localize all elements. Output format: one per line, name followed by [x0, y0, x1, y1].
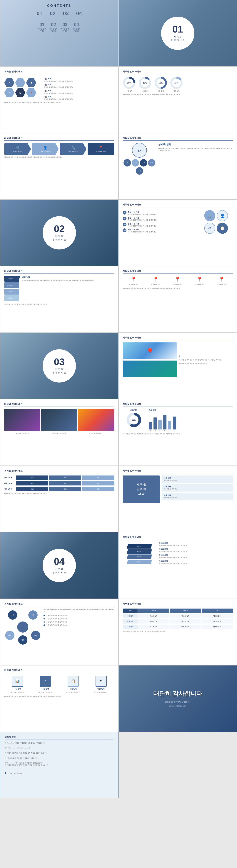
- badge-04: 04: [123, 228, 127, 232]
- dot-4: [44, 624, 45, 626]
- copyright-body: 이 PowerPoint 파일은 저작권법의 보호를 받는 저작물입니다. © …: [5, 742, 113, 776]
- final-box-1-desc: 텍스트를 입력하세요.: [10, 691, 24, 693]
- donut-1-svg: 25%: [123, 76, 136, 89]
- hex-item-1-desc: 텍스트를 입력하세요. 텍스트를 입력하세요.: [44, 80, 114, 82]
- arrow-rows: 내용 입력 ▶ 내용 내용 내용 내용 입력 ▶ 내용 내용 내용 내용 입력 …: [4, 475, 114, 491]
- slide-8-title: 제목을 입력하세요: [123, 203, 233, 207]
- info-icons-right: 🛒 👤 ⚙ 📋: [200, 209, 233, 234]
- circle-icon-3: ⚙: [204, 223, 215, 234]
- vbar-6: F: [173, 416, 176, 431]
- layers-layout: 레이어 1 레이어 2 레이어 3 레이어 4 텍스트 제목 텍스트를 입력하세…: [123, 542, 233, 564]
- info-list-left: 01 본문 내용 작성 텍스트를 입력하세요. 텍스트를 입력하세요. 02 본…: [123, 209, 197, 234]
- hex-items-list: 내용 추가 텍스트를 입력하세요. 텍스트를 입력하세요. 내용 추가 텍스트를…: [44, 78, 114, 100]
- surr-1: 내용: [8, 610, 17, 620]
- col-header-2: 내용 1: [138, 609, 169, 613]
- surr-3: 내용: [5, 631, 15, 640]
- surr-4: 내용: [31, 631, 41, 640]
- donut-3-pct: 50%: [159, 82, 163, 84]
- slide-text-photo: 제목을 입력하세요 🎈 E 텍스트를 입력하세요. 텍스트를 입력하세요. 텍스…: [119, 333, 237, 399]
- complex-item-2-text: 내용 입력: 텍스트를 입력하세요.: [46, 618, 67, 620]
- text-photo-desc-2: 텍스트를 입력하세요. 텍스트를 입력하세요.: [179, 363, 233, 365]
- col-header-3: 내용 2: [170, 609, 201, 613]
- dot-2: [44, 618, 45, 619]
- copyright-title: 저작권 공고: [5, 736, 113, 740]
- complex-items: 내용 입력: 텍스트를 입력하세요. 내용 입력: 텍스트를 입력하세요. 내용…: [44, 615, 114, 626]
- pin-label-1: 지역 내용 작성: [129, 283, 138, 285]
- slide-arrows: 제목을 입력하세요 내용 입력 ▶ 내용 내용 내용 내용 입력 ▶ 내용 내용…: [0, 466, 119, 532]
- featured-item-2-title: 내용 입력: [164, 486, 231, 488]
- section-label-4: 04 제목을 입력하세요: [73, 22, 80, 32]
- row2-c3: 텍스트 입력: [202, 619, 233, 623]
- row-9: 04 제 목 을입 력 하 세 요 제목을 입력하세요 레이어 1 레이어 2 …: [0, 532, 237, 599]
- empty-space: [119, 732, 237, 798]
- row2-label: 내용 입력: [123, 619, 137, 623]
- featured-items: 내용 입력 텍스트를 입력하세요. 내용 입력 텍스트를 입력하세요. 내용 입…: [162, 475, 233, 503]
- chart-donut-left: 차트 제목 60%: [123, 409, 145, 431]
- slide-6-title: 제목을 입력하세요: [123, 136, 233, 141]
- copyright-logo: E: [5, 770, 7, 776]
- pin-1: 📍 지역 내용 작성: [129, 276, 138, 285]
- chart-bar-right: 차트 제목 A B C D: [149, 409, 233, 431]
- slide-20-title: 제목을 입력하세요: [123, 602, 233, 606]
- num-item-04: 04 본문 내용 작성 텍스트를 입력하세요. 텍스트를 입력하세요.: [123, 228, 197, 233]
- photo-label-3: 텍스트를 입력하세요.: [78, 432, 114, 434]
- small-circle-1: 내용: [124, 159, 131, 166]
- num-02: 02: [50, 10, 56, 17]
- final-box-1-title: 내용 입력: [14, 688, 21, 690]
- bar-lbl-3: C: [159, 430, 160, 431]
- row-6: 03 제 목 을입 력 하 세 요 제목을 입력하세요 🎈 E 텍스트를 입력하…: [0, 333, 237, 399]
- tab-2: 내용 입력: [4, 282, 19, 288]
- row1-label: 내용 입력: [123, 614, 137, 618]
- final-box-1: 📊 내용 입력 텍스트를 입력하세요.: [4, 676, 31, 693]
- photo-label-1: 텍스트를 입력하세요.: [4, 432, 41, 434]
- bar-lbl-1: A: [150, 430, 151, 431]
- slide-19-title: 제목을 입력하세요: [4, 602, 114, 606]
- arrow-item-2-2: 내용: [49, 481, 81, 486]
- layer-item-1: 텍스트 제목 텍스트를 입력하세요. 텍스트를 입력하세요.: [159, 542, 233, 547]
- copyright-line-3: 이 파일의 무단 복제, 배포, 수정은 법적 처벌을 받을 수 있습니다.: [5, 752, 113, 754]
- slide-final-list: 제목을 입력하세요 항목 내용 1 내용 2 내용 3 내용 입력 텍스트 입력…: [119, 599, 237, 665]
- section-03-label: 제 목 을입 력 하 세 요: [52, 368, 66, 375]
- donut-4-pct: 15%: [175, 82, 179, 84]
- row-12: 저작권 공고 이 PowerPoint 파일은 저작권법의 보호를 받는 저작물…: [0, 732, 237, 798]
- featured-item-1-desc: 텍스트를 입력하세요.: [164, 479, 231, 482]
- donut-3: 50% 내용 입력: [154, 76, 167, 92]
- photo-labels: 텍스트를 입력하세요. 텍스트를 입력하세요. 텍스트를 입력하세요.: [4, 432, 114, 434]
- left-chart-title: 차트 제목: [130, 409, 137, 411]
- circle-icon-1: 🛒: [204, 210, 215, 221]
- chart-desc: 텍스트를 입력하세요. 텍스트를 입력하세요. 텍스트를 입력하세요. 텍스트를…: [123, 433, 233, 435]
- bar-bar-3: [158, 420, 162, 430]
- circles-desc: 텍스트를 입력하세요. 텍스트를 입력하세요. 텍스트를 입력하세요. 텍스트를…: [158, 148, 233, 152]
- slide-4-title: 제목을 입력하세요: [123, 70, 233, 74]
- complex-desc: 텍스트를 입력하세요. 텍스트를 입력하세요. 텍스트를 입력하세요. 텍스트를…: [44, 609, 114, 613]
- tab-content: 내용 입력 텍스트를 입력하세요. 텍스트를 입력하세요. 텍스트를 입력하세요…: [20, 276, 114, 282]
- featured-box: 제 목 을입 력 하세 요: [123, 475, 160, 503]
- photo-sky: 🎈: [123, 342, 177, 359]
- section-02-circle: 02 제 목 을입 력 하 세 요: [43, 216, 76, 249]
- arrow-row-1: 내용 입력 ▶ 내용 내용 내용: [4, 475, 114, 480]
- section-text-4: 제목을 입력하세요: [73, 28, 80, 32]
- slide-section-03: 03 제 목 을입 력 하 세 요: [0, 333, 119, 399]
- bar-bar-6: [173, 416, 176, 430]
- hex-content-right: 내용 추가 텍스트를 입력하세요. 텍스트를 입력하세요. 내용 추가 텍스트를…: [44, 76, 114, 100]
- num-item-02: 02 본문 내용 작성 텍스트를 입력하세요. 텍스트를 입력하세요.: [123, 217, 197, 221]
- small-circle-5: 내용: [136, 167, 143, 175]
- row3-c2: 텍스트 입력: [170, 625, 201, 629]
- col-header-4: 내용 3: [202, 609, 233, 613]
- tab-content-desc: 텍스트를 입력하세요. 텍스트를 입력하세요. 텍스트를 입력하세요. 텍스트를…: [22, 280, 114, 282]
- icon-row-1: 🛒 👤: [204, 210, 228, 221]
- final-icon-2: E: [40, 676, 51, 687]
- featured-text: 제 목 을입 력 하세 요: [137, 482, 146, 496]
- table-row-3: 내용 입력 텍스트 입력 텍스트 입력 텍스트 입력: [123, 625, 233, 629]
- layer-item-1-desc: 텍스트를 입력하세요. 텍스트를 입력하세요.: [159, 545, 233, 547]
- photo-sunset: [78, 409, 114, 431]
- vbar-1: A: [149, 422, 152, 431]
- row3-c3: 텍스트 입력: [202, 625, 233, 629]
- final-box-4: ⚙ 내용 입력 텍스트를 입력하세요.: [88, 676, 114, 693]
- thankyou-info: 발표자 이름 | 발표 날짜: [169, 705, 186, 707]
- process-3-icon: 🔧: [61, 146, 85, 150]
- tab-bottom-desc: 텍스트를 입력하세요. 텍스트를 입력하세요. 텍스트를 입력하세요.: [4, 303, 114, 305]
- slide-contents: CONTENTS 01 02 03 04 01 제목을 입력하세요 02 제목을…: [0, 0, 119, 66]
- layer-item-3-desc: 텍스트를 입력하세요. 텍스트를 입력하세요.: [159, 556, 233, 558]
- copyright-extra-2: 이 파일은 개인 및 교육 목적으로만 자유롭게 사용하실 수 있습니다.: [5, 764, 113, 766]
